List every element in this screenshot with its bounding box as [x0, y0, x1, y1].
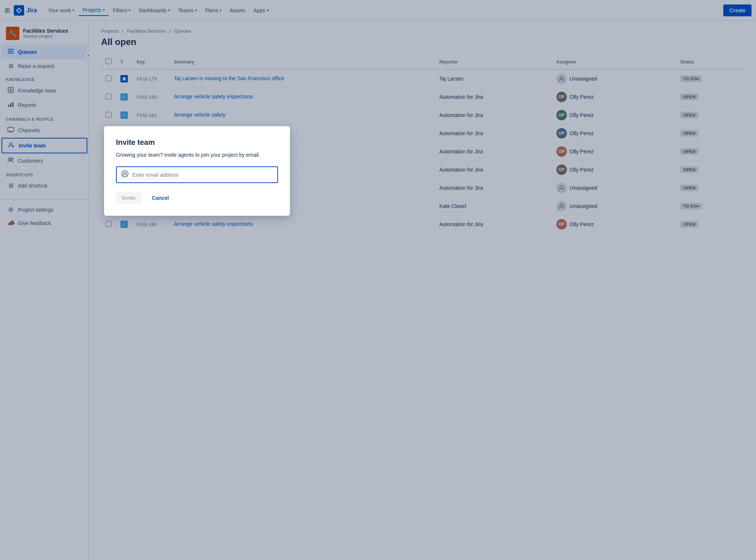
email-icon [121, 170, 129, 179]
modal-title: Invite team [116, 138, 278, 147]
modal-actions: Invite Cancel [116, 192, 278, 204]
modal-overlay: Invite team Growing your team? Invite ag… [0, 0, 756, 560]
cancel-button[interactable]: Cancel [146, 192, 175, 204]
email-input[interactable] [132, 172, 273, 178]
email-input-wrapper [116, 166, 278, 183]
invite-team-modal: Invite team Growing your team? Invite ag… [104, 126, 290, 216]
modal-description: Growing your team? Invite agents to join… [116, 151, 278, 159]
invite-button[interactable]: Invite [116, 192, 142, 204]
